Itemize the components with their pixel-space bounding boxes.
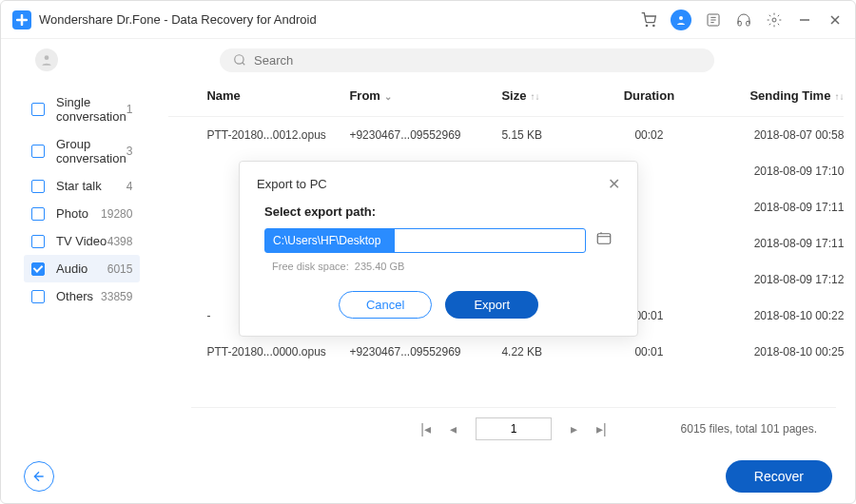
titlebar: Wondershare Dr.Fone - Data Recovery for …: [1, 1, 855, 39]
sidebar: Single conversation1 Group conversation3…: [1, 81, 149, 442]
sidebar-item-tv-video[interactable]: TV Video4398: [24, 227, 140, 255]
export-button[interactable]: Export: [445, 291, 538, 319]
recover-button[interactable]: Recover: [726, 460, 832, 493]
svg-rect-7: [597, 234, 611, 244]
modal-close-icon[interactable]: ✕: [608, 175, 620, 193]
sidebar-item-star-talk[interactable]: Star talk4: [24, 172, 140, 200]
checkbox-icon[interactable]: [31, 207, 45, 221]
sort-icon: ↑↓: [530, 91, 539, 102]
search-box[interactable]: [220, 48, 714, 72]
sidebar-item-group-conversation[interactable]: Group conversation3: [24, 130, 140, 172]
app-title: Wondershare Dr.Fone - Data Recovery for …: [39, 12, 640, 27]
sidebar-item-single-conversation[interactable]: Single conversation1: [24, 88, 140, 130]
page-next-icon[interactable]: ▸: [571, 421, 577, 436]
user-badge-icon[interactable]: [671, 10, 691, 30]
svg-point-4: [772, 18, 776, 22]
col-time[interactable]: Sending Time↑↓: [701, 88, 844, 103]
topbar: [1, 39, 855, 81]
modal-label: Select export path:: [264, 204, 620, 219]
sidebar-item-audio[interactable]: Audio6015: [24, 255, 140, 282]
svg-point-0: [646, 25, 647, 26]
table-row[interactable]: PTT-20180...0000.opus+9230467...09552969…: [168, 334, 844, 370]
arrow-left-icon: [31, 469, 47, 484]
table-row[interactable]: PTT-20180...0012.opus+9230467...09552969…: [168, 117, 844, 153]
page-first-icon[interactable]: |◂: [420, 421, 431, 436]
cancel-button[interactable]: Cancel: [339, 291, 432, 319]
checkbox-icon[interactable]: [31, 262, 45, 276]
col-from[interactable]: From⌄: [349, 88, 501, 103]
checkbox-icon[interactable]: [31, 145, 45, 158]
cart-icon[interactable]: [640, 11, 657, 29]
svg-point-1: [653, 25, 654, 26]
avatar-icon[interactable]: [35, 48, 58, 71]
sidebar-item-photo[interactable]: Photo19280: [24, 200, 140, 227]
page-prev-icon[interactable]: ◂: [450, 421, 457, 436]
footer: Recover: [1, 450, 855, 503]
page-input[interactable]: [476, 417, 552, 440]
svg-point-5: [45, 55, 49, 60]
search-input[interactable]: [254, 53, 701, 68]
col-size[interactable]: Size↑↓: [501, 88, 596, 103]
pager: |◂ ◂ ▸ ▸| 6015 files, total 101 pages.: [191, 407, 836, 450]
export-path-input[interactable]: [264, 228, 586, 253]
search-icon: [233, 53, 246, 67]
disk-info: Free disk space: 235.40 GB: [272, 261, 620, 272]
support-icon[interactable]: [735, 11, 752, 29]
export-modal: Export to PC ✕ Select export path: Free …: [239, 161, 638, 337]
pager-info: 6015 files, total 101 pages.: [681, 422, 817, 436]
settings-icon[interactable]: [766, 11, 783, 29]
svg-point-6: [235, 55, 243, 64]
modal-title: Export to PC: [257, 177, 327, 191]
minimize-icon[interactable]: [796, 11, 813, 29]
checkbox-icon[interactable]: [31, 235, 45, 248]
checkbox-icon[interactable]: [31, 103, 45, 116]
table-header: Name From⌄ Size↑↓ Duration Sending Time↑…: [168, 81, 844, 117]
chevron-down-icon: ⌄: [384, 91, 392, 102]
close-icon[interactable]: [827, 11, 844, 29]
svg-point-2: [679, 16, 683, 20]
page-last-icon[interactable]: ▸|: [596, 421, 607, 436]
col-duration[interactable]: Duration: [596, 88, 701, 103]
col-name[interactable]: Name: [206, 88, 349, 103]
sort-icon: ↑↓: [834, 91, 844, 102]
back-button[interactable]: [24, 461, 54, 492]
checkbox-icon[interactable]: [31, 290, 45, 303]
feedback-icon[interactable]: [705, 11, 722, 29]
checkbox-icon[interactable]: [31, 180, 45, 193]
browse-folder-icon[interactable]: [595, 230, 613, 251]
sidebar-item-others[interactable]: Others33859: [24, 282, 140, 310]
app-logo-icon: [12, 10, 31, 29]
